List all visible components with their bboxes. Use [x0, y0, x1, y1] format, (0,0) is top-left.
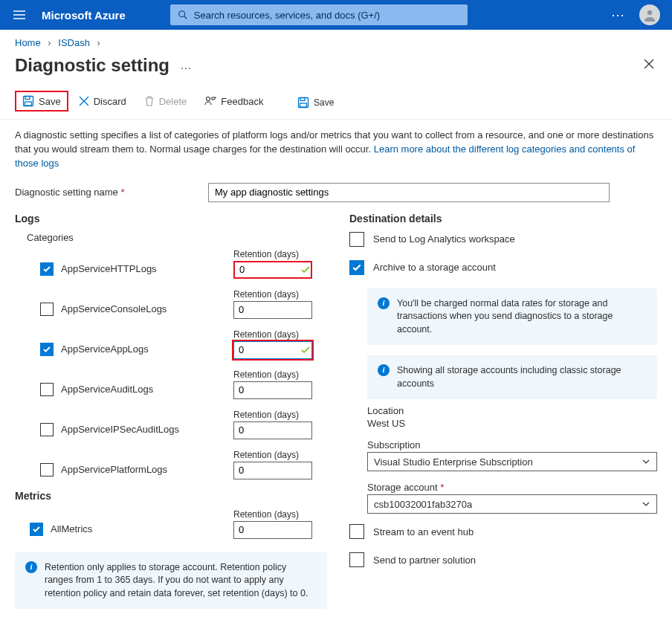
storage-value: csb10032001fab3270a — [374, 499, 472, 510]
logs-header: Logs — [15, 213, 327, 224]
hamburger-menu-icon[interactable] — [12, 7, 27, 22]
chevron-down-icon — [642, 457, 650, 466]
showing-info-text: Showing all storage accounts including c… — [397, 364, 647, 390]
retention-input[interactable] — [233, 301, 312, 319]
save-hint: Save — [297, 97, 334, 109]
breadcrumb-item[interactable]: ISDash — [58, 37, 90, 48]
retention-input[interactable] — [233, 381, 312, 399]
retention-label: Retention (days) — [233, 410, 315, 420]
global-search-input[interactable]: Search resources, services, and docs (G+… — [170, 4, 468, 25]
breadcrumb-home[interactable]: Home — [15, 37, 41, 48]
storage-block: Storage account * csb10032001fab3270a — [367, 482, 657, 514]
close-button[interactable] — [641, 54, 657, 76]
partner-label: Send to partner solution — [373, 555, 476, 566]
retention-info-box: i Retention only applies to storage acco… — [15, 552, 327, 610]
setting-name-input[interactable] — [208, 183, 610, 202]
info-icon: i — [378, 297, 390, 309]
svg-rect-8 — [25, 102, 32, 106]
subscription-select[interactable]: Visual Studio Enterprise Subscription — [367, 452, 657, 471]
checkmark-icon — [352, 262, 362, 273]
location-label: Location — [367, 405, 657, 416]
title-row: Diagnostic setting … — [0, 53, 672, 85]
retention-label: Retention (days) — [233, 249, 315, 259]
metrics-row: AllMetrics Retention (days) — [30, 509, 327, 542]
retention-label: Retention (days) — [233, 369, 315, 380]
svg-point-2 — [647, 10, 652, 15]
search-icon — [178, 10, 188, 20]
delete-label: Delete — [159, 96, 187, 107]
intro-text: A diagnostic setting specifies a list of… — [0, 120, 672, 178]
category-label: AppServiceHTTPLogs — [61, 263, 157, 274]
validation-check-icon — [300, 345, 311, 358]
category-row: AppServicePlatformLogsRetention (days) — [40, 450, 327, 482]
breadcrumb-separator: › — [48, 37, 51, 48]
feedback-button[interactable]: Feedback — [197, 91, 271, 112]
category-row: AppServiceHTTPLogsRetention (days) — [40, 249, 327, 282]
category-checkbox[interactable] — [40, 262, 54, 276]
dest-log-analytics-row: Send to Log Analytics workspace — [349, 232, 657, 247]
checkmark-icon — [42, 265, 51, 274]
destination-column: Destination details Send to Log Analytic… — [349, 213, 657, 616]
person-icon — [642, 7, 657, 22]
search-placeholder: Search resources, services, and docs (G+… — [194, 10, 380, 21]
categories-header: Categories — [27, 232, 327, 243]
archive-label: Archive to a storage account — [373, 262, 496, 273]
checkmark-icon — [42, 345, 51, 354]
category-checkbox[interactable] — [40, 303, 54, 316]
location-block: Location West US — [367, 405, 657, 429]
archive-info-text: You'll be charged normal data rates for … — [397, 297, 647, 337]
metrics-checkbox[interactable] — [30, 523, 43, 536]
eventhub-label: Stream to an event hub — [373, 526, 474, 537]
title-more-icon[interactable]: … — [180, 59, 193, 72]
category-checkbox[interactable] — [40, 463, 54, 477]
dest-eventhub-row: Stream to an event hub — [349, 524, 657, 539]
save-hint-label: Save — [314, 97, 334, 108]
archive-info-box: i You'll be charged normal data rates fo… — [367, 288, 657, 346]
chevron-down-icon — [642, 500, 650, 508]
breadcrumb-separator: › — [97, 37, 100, 48]
setting-name-row: Diagnostic setting name * — [0, 178, 672, 213]
save-icon — [22, 95, 34, 107]
partner-checkbox[interactable] — [349, 552, 364, 567]
category-checkbox[interactable] — [40, 423, 54, 436]
checkmark-icon — [32, 525, 41, 534]
discard-label: Discard — [94, 96, 126, 107]
retention-label: Retention (days) — [233, 509, 315, 520]
category-checkbox[interactable] — [40, 343, 54, 356]
retention-info-text: Retention only applies to storage accoun… — [45, 561, 317, 601]
storage-label: Storage account * — [367, 482, 657, 493]
archive-checkbox[interactable] — [349, 260, 364, 275]
category-checkbox[interactable] — [40, 383, 54, 396]
destination-header: Destination details — [349, 213, 657, 224]
info-icon: i — [378, 364, 390, 376]
subscription-block: Subscription Visual Studio Enterprise Su… — [367, 439, 657, 471]
svg-rect-7 — [25, 97, 30, 100]
save-label: Save — [39, 96, 61, 107]
category-row: AppServiceIPSecAuditLogsRetention (days) — [40, 410, 327, 442]
metrics-retention-input[interactable] — [233, 521, 312, 539]
storage-select[interactable]: csb10032001fab3270a — [367, 494, 657, 514]
eventhub-checkbox[interactable] — [349, 524, 364, 539]
category-label: AppServiceAppLogs — [61, 343, 149, 355]
page-title: Diagnostic setting — [15, 55, 169, 76]
retention-input[interactable] — [233, 462, 312, 479]
category-row: AppServiceAuditLogsRetention (days) — [40, 369, 327, 402]
category-label: AppServiceAuditLogs — [61, 384, 153, 395]
subscription-value: Visual Studio Enterprise Subscription — [374, 456, 533, 468]
save-button[interactable]: Save — [15, 91, 68, 112]
info-icon: i — [25, 561, 37, 573]
log-analytics-checkbox[interactable] — [349, 232, 364, 247]
feedback-icon — [204, 95, 216, 107]
user-avatar[interactable] — [639, 4, 660, 25]
retention-input[interactable] — [233, 421, 312, 439]
feedback-label: Feedback — [221, 96, 263, 107]
topbar: Microsoft Azure Search resources, servic… — [0, 0, 672, 30]
more-menu-icon[interactable]: ⋯ — [611, 7, 626, 23]
category-label: AppServiceIPSecAuditLogs — [61, 424, 179, 435]
dest-archive-row: Archive to a storage account — [349, 260, 657, 275]
svg-line-1 — [184, 16, 187, 19]
discard-button[interactable]: Discard — [71, 91, 134, 112]
logs-column: Logs Categories AppServiceHTTPLogsRetent… — [15, 213, 327, 616]
validation-check-icon — [300, 265, 311, 277]
dest-partner-row: Send to partner solution — [349, 552, 657, 567]
